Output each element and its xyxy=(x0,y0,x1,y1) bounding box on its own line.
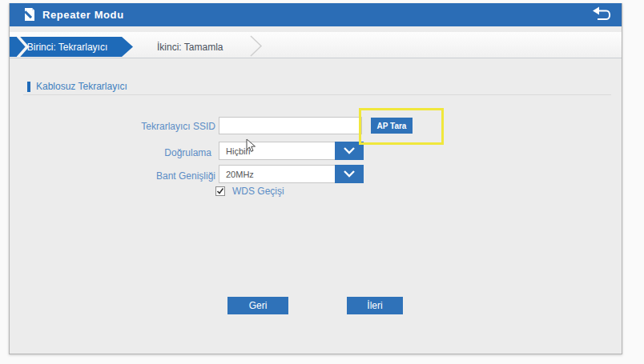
repeater-mode-window: Repeater Modu Birinci: Tekrarlayıcı İkin… xyxy=(9,3,622,354)
chevron-down-icon xyxy=(344,145,355,157)
step-second-label: İkinci: Tamamla xyxy=(157,42,223,53)
step-first-tab[interactable]: Birinci: Tekrarlayıcı xyxy=(10,37,133,57)
ap-scan-button[interactable]: AP Tara xyxy=(371,118,413,134)
bandwidth-dropdown[interactable]: 20MHz xyxy=(219,165,364,183)
section-marker xyxy=(27,82,30,92)
step-first-label: Birinci: Tekrarlayıcı xyxy=(27,42,107,53)
auth-label: Doğrulama xyxy=(67,147,211,158)
ssid-input[interactable] xyxy=(219,117,362,134)
auth-selected-value[interactable]: Hiçbiri xyxy=(219,142,335,160)
bandwidth-dropdown-button[interactable] xyxy=(335,165,364,183)
ssid-label: Tekrarlayıcı SSID xyxy=(71,121,215,132)
next-nav-button[interactable]: İleri xyxy=(347,297,403,314)
section-header: Kablosuz Tekrarlayıcı xyxy=(27,81,127,92)
back-arrow-icon xyxy=(591,14,614,26)
chevron-right-icon xyxy=(249,35,264,57)
wds-label: WDS Geçişi xyxy=(232,186,284,197)
back-button[interactable] xyxy=(591,6,614,24)
page-title: Repeater Modu xyxy=(42,3,124,26)
chevron-notch-icon xyxy=(17,37,30,57)
section-title: Kablosuz Tekrarlayıcı xyxy=(36,81,127,92)
wds-checkbox[interactable] xyxy=(215,186,225,196)
chevron-down-icon xyxy=(344,168,355,180)
section-divider xyxy=(23,94,611,95)
document-edit-icon xyxy=(22,7,37,22)
step-second-tab[interactable]: İkinci: Tamamla xyxy=(157,37,253,57)
wizard-steps: Birinci: Tekrarlayıcı İkinci: Tamamla xyxy=(10,32,622,58)
back-nav-button[interactable]: Geri xyxy=(227,297,288,314)
bandwidth-selected-value[interactable]: 20MHz xyxy=(219,165,335,183)
wds-row: WDS Geçişi xyxy=(215,186,284,197)
window-titlebar: Repeater Modu xyxy=(10,3,622,26)
auth-dropdown-button[interactable] xyxy=(335,142,364,160)
bandwidth-label: Bant Genişliği xyxy=(71,170,215,182)
auth-dropdown[interactable]: Hiçbiri xyxy=(219,142,364,160)
